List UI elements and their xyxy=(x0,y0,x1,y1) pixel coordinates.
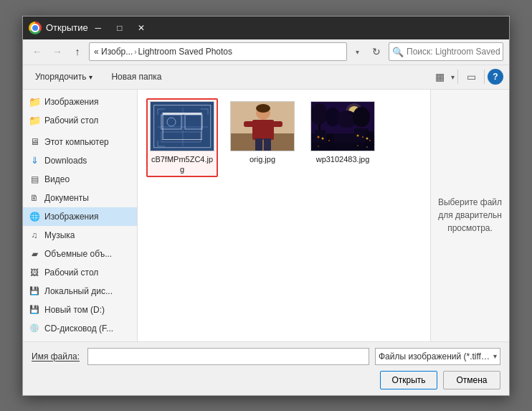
view-divider2 xyxy=(484,70,485,84)
close-button[interactable]: ✕ xyxy=(131,20,151,36)
blueprint-thumbnail xyxy=(151,102,214,151)
action-bar: Упорядочить ▾ Новая папка ▦ ▾ ▭ ? xyxy=(23,65,509,90)
svg-rect-18 xyxy=(252,120,274,140)
svg-point-32 xyxy=(353,107,370,127)
svg-rect-20 xyxy=(272,121,282,127)
new-folder-button[interactable]: Новая папка xyxy=(105,69,168,85)
breadcrumb-dropdown-button[interactable]: ▾ xyxy=(350,42,364,61)
svg-point-40 xyxy=(357,134,359,136)
help-button[interactable]: ? xyxy=(488,69,503,85)
bottom-bar: Имя файла: Файлы изображений (*.tiff;*.p… xyxy=(23,341,509,395)
svg-point-29 xyxy=(311,103,328,125)
svg-point-42 xyxy=(366,137,369,139)
organize-button[interactable]: Упорядочить ▾ xyxy=(29,69,99,85)
dialog-title: Открытие xyxy=(46,22,88,33)
cd-icon: 💿 xyxy=(29,323,40,334)
svg-point-38 xyxy=(322,137,324,139)
svg-rect-6 xyxy=(161,132,201,142)
sidebar-item-video[interactable]: ▤ Видео xyxy=(23,170,137,189)
svg-rect-5 xyxy=(185,115,202,129)
cube-icon: ▰ xyxy=(29,248,40,260)
svg-point-39 xyxy=(328,140,330,141)
svg-point-37 xyxy=(318,136,320,138)
sidebar: 📁 Изображения 📁 Рабочий стол 🖥 Этот комп… xyxy=(23,90,138,341)
preview-text: Выберите файл для дварительн просмотра. xyxy=(437,196,503,235)
sidebar-item-music[interactable]: ♫ Музыка xyxy=(23,226,137,245)
video-icon: ▤ xyxy=(29,174,40,185)
svg-point-41 xyxy=(362,136,364,138)
refresh-button[interactable]: ↻ xyxy=(367,42,386,61)
file-name-2: orig.jpg xyxy=(250,154,275,164)
svg-rect-44 xyxy=(311,143,374,151)
download-icon: ⇓ xyxy=(29,155,40,166)
svg-rect-1 xyxy=(154,105,212,148)
document-icon: 🗎 xyxy=(29,192,40,204)
filename-label: Имя файла: xyxy=(32,351,82,362)
svg-point-47 xyxy=(366,146,368,148)
folder-icon: 📁 xyxy=(29,96,40,108)
svg-point-7 xyxy=(167,118,176,126)
search-icon: 🔍 xyxy=(392,47,404,57)
breadcrumb-separator: › xyxy=(134,48,136,56)
maximize-button[interactable]: □ xyxy=(110,20,130,36)
file-item-1[interactable]: cB7fMPm5ZC4.jpg xyxy=(146,98,218,178)
sidebar-item-cd-drive[interactable]: 💿 CD-дисковод (F... xyxy=(23,319,137,338)
breadcrumb-current: Lightroom Saved Photos xyxy=(138,47,232,57)
new-folder-label: Новая папка xyxy=(111,72,161,82)
filetype-text: Файлы изображений (*.tiff;*.p xyxy=(379,351,492,362)
computer-icon: 🖥 xyxy=(29,136,40,148)
folder-icon: 📁 xyxy=(29,115,40,126)
svg-point-46 xyxy=(357,145,358,146)
organize-chevron-icon: ▾ xyxy=(89,73,92,81)
preview-panel: Выберите файл для дварительн просмотра. xyxy=(430,90,509,341)
filetype-arrow-icon: ▾ xyxy=(493,352,497,360)
navigation-toolbar: ← → ↑ « Изобр... › Lightroom Saved Photo… xyxy=(23,39,509,65)
filetype-dropdown[interactable]: Файлы изображений (*.tiff;*.p ▾ xyxy=(375,348,500,365)
file-item-2[interactable]: orig.jpg xyxy=(227,98,298,178)
file-thumbnail-3 xyxy=(310,101,375,151)
sidebar-item-new-volume[interactable]: 💾 Новый том (D:) xyxy=(23,301,137,319)
sidebar-item-downloads[interactable]: ⇓ Downloads xyxy=(23,151,137,170)
open-button[interactable]: Открыть xyxy=(380,371,437,389)
sidebar-item-desktop2[interactable]: 🖼 Рабочий стол xyxy=(23,263,137,282)
breadcrumb-prefix: « Изобр... xyxy=(94,47,133,57)
title-bar: Открытие ─ □ ✕ xyxy=(23,16,509,39)
cancel-button[interactable]: Отмена xyxy=(443,371,500,389)
svg-rect-4 xyxy=(161,115,181,129)
svg-rect-0 xyxy=(151,102,214,151)
back-button[interactable]: ← xyxy=(29,43,46,60)
open-dialog: Открытие ─ □ ✕ ← → ↑ « Изобр... › Lightr… xyxy=(22,16,510,396)
file-thumbnail-1 xyxy=(150,101,214,151)
view-toggle-button[interactable]: ▦ xyxy=(429,67,450,86)
file-area-wrapper: cB7fMPm5ZC4.jpg xyxy=(138,90,509,341)
svg-point-43 xyxy=(369,140,371,141)
filename-input[interactable] xyxy=(87,348,369,365)
sidebar-item-3d[interactable]: ▰ Объемные объ... xyxy=(23,245,137,263)
image-icon: 🌐 xyxy=(29,211,40,222)
view-controls: ▦ ▾ ▭ ? xyxy=(429,67,503,86)
preview-pane-button[interactable]: ▭ xyxy=(461,67,481,86)
forward-button[interactable]: → xyxy=(49,43,66,60)
file-item-3[interactable]: wp3102483.jpg xyxy=(307,98,379,178)
file-thumbnail-2 xyxy=(230,101,295,151)
svg-point-21 xyxy=(256,104,270,113)
main-area: 📁 Изображения 📁 Рабочий стол 🖥 Этот комп… xyxy=(23,90,509,341)
sidebar-item-images-main[interactable]: 🌐 Изображения xyxy=(23,207,137,226)
sidebar-item-computer[interactable]: 🖥 Этот компьютер xyxy=(23,133,137,151)
minimize-button[interactable]: ─ xyxy=(88,20,108,36)
svg-rect-19 xyxy=(244,121,254,127)
svg-rect-23 xyxy=(264,138,271,151)
svg-point-45 xyxy=(318,146,319,147)
disk-icon: 💾 xyxy=(29,304,40,316)
sidebar-item-documents[interactable]: 🗎 Документы xyxy=(23,189,137,207)
view-dropdown-icon: ▾ xyxy=(451,73,455,81)
app-icon xyxy=(29,22,42,34)
search-bar: 🔍 xyxy=(389,42,503,61)
search-input[interactable] xyxy=(407,47,500,57)
up-button[interactable]: ↑ xyxy=(69,43,86,60)
sidebar-item-local-disk[interactable]: 💾 Локальный дис... xyxy=(23,282,137,301)
sidebar-item-images-top[interactable]: 📁 Изображения xyxy=(23,93,137,111)
organize-label: Упорядочить xyxy=(35,72,86,82)
desktop-icon: 🖼 xyxy=(29,267,40,278)
sidebar-item-desktop-top[interactable]: 📁 Рабочий стол xyxy=(23,111,137,130)
